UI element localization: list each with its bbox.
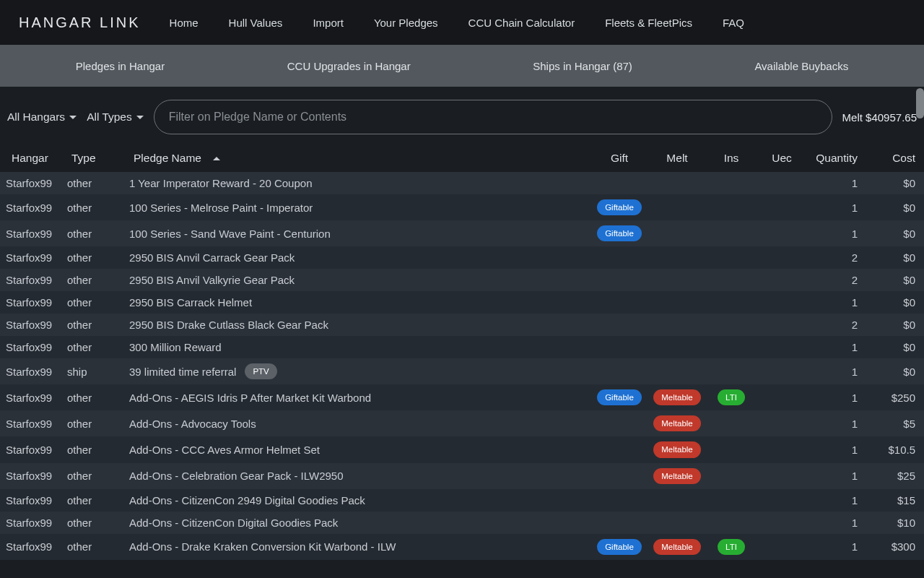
cell-type: other [67, 319, 125, 331]
table-row[interactable]: Starfox99other100 Series - Sand Wave Pai… [0, 220, 924, 246]
table-row[interactable]: Starfox99other1 Year Imperator Reward - … [0, 172, 924, 194]
pledge-name-text: Add-Ons - Drake Kraken Conversion Kit Wa… [129, 540, 396, 553]
cell-type: other [67, 274, 125, 286]
col-quantity[interactable]: Quantity [807, 152, 865, 165]
giftable-badge: Giftable [597, 539, 642, 555]
nav-home[interactable]: Home [170, 17, 199, 29]
pledge-name-text: 39 limited time referral [129, 366, 236, 378]
cell-cost: $25 [865, 470, 915, 482]
table-row[interactable]: Starfox99other100 Series - Melrose Paint… [0, 194, 924, 220]
meltable-badge: Meltable [653, 468, 700, 484]
table-row[interactable]: Starfox99otherAdd-Ons - AEGIS Idris P Af… [0, 384, 924, 410]
hangar-dropdown[interactable]: All Hangars [7, 111, 77, 124]
cell-type: other [67, 341, 125, 353]
cell-type: other [67, 470, 125, 482]
table-row[interactable]: Starfox99other2950 BIS Drake Cutlass Bla… [0, 314, 924, 336]
meltable-badge: Meltable [653, 539, 700, 555]
hangar-dropdown-label: All Hangars [7, 111, 65, 124]
table-row[interactable]: Starfox99otherAdd-Ons - Celebration Gear… [0, 463, 924, 489]
cell-pledge-name: Add-Ons - Advocacy Tools [125, 418, 590, 430]
scrollbar-thumb[interactable] [916, 88, 924, 118]
cell-quantity: 1 [807, 296, 865, 309]
pledge-name-text: Add-Ons - Celebration Gear Pack - ILW295… [129, 470, 344, 482]
nav-import[interactable]: Import [313, 17, 344, 29]
cell-hangar: Starfox99 [6, 319, 67, 331]
cell-cost: $0 [865, 366, 915, 378]
cell-quantity: 1 [807, 202, 865, 214]
nav-fleets[interactable]: Fleets & FleetPics [605, 17, 692, 29]
table-row[interactable]: Starfox99otherAdd-Ons - Advocacy ToolsMe… [0, 410, 924, 436]
pledge-name-text: Add-Ons - CitizenCon 2949 Digital Goodie… [129, 494, 365, 506]
nav-ccu-calc[interactable]: CCU Chain Calculator [468, 17, 575, 29]
giftable-badge: Giftable [597, 225, 642, 241]
table-row[interactable]: Starfox99otherAdd-Ons - CitizenCon 2949 … [0, 489, 924, 512]
cell-pledge-name: Add-Ons - AEGIS Idris P After Market Kit… [125, 392, 590, 404]
col-ins[interactable]: Ins [706, 152, 757, 165]
col-type[interactable]: Type [71, 152, 129, 165]
cell-quantity: 1 [807, 540, 865, 553]
table-row[interactable]: Starfox99otherAdd-Ons - CitizenCon Digit… [0, 512, 924, 534]
col-cost[interactable]: Cost [865, 152, 915, 165]
cell-type: other [67, 392, 125, 404]
cell-cost: $300 [865, 540, 915, 553]
nav-faq[interactable]: FAQ [723, 17, 744, 29]
tab-ships-in-hangar[interactable]: Ships in Hangar (87) [533, 60, 632, 72]
cell-pledge-name: 100 Series - Sand Wave Paint - Centurion [125, 228, 590, 240]
cell-type: other [67, 540, 125, 553]
cell-type: other [67, 494, 125, 506]
nav-hull-values[interactable]: Hull Values [229, 17, 283, 29]
chevron-down-icon [136, 116, 144, 119]
cell-cost: $10 [865, 517, 915, 529]
col-melt[interactable]: Melt [648, 152, 706, 165]
cell-pledge-name: Add-Ons - Drake Kraken Conversion Kit Wa… [125, 540, 590, 553]
cell-type: other [67, 202, 125, 214]
filter-bar: All Hangars All Types Melt $40957.65 [0, 87, 924, 144]
cell-pledge-name: Add-Ons - CitizenCon 2949 Digital Goodie… [125, 494, 590, 506]
cell-pledge-name: 1 Year Imperator Reward - 20 Coupon [125, 177, 590, 189]
cell-quantity: 1 [807, 366, 865, 378]
top-nav: HANGAR LINK Home Hull Values Import Your… [0, 0, 924, 45]
chevron-down-icon [69, 116, 77, 119]
cell-cost: $0 [865, 319, 915, 331]
cell-gift: Giftable [590, 539, 648, 555]
cell-cost: $5 [865, 418, 915, 430]
table-body: Starfox99other1 Year Imperator Reward - … [0, 172, 924, 560]
col-uec[interactable]: Uec [757, 152, 807, 165]
nav-your-pledges[interactable]: Your Pledges [374, 17, 438, 29]
tab-pledges-in-hangar[interactable]: Pledges in Hangar [76, 60, 165, 72]
pledge-name-text: Add-Ons - AEGIS Idris P After Market Kit… [129, 392, 371, 404]
meltable-badge: Meltable [653, 415, 700, 431]
meltable-badge: Meltable [653, 441, 700, 457]
col-gift[interactable]: Gift [590, 152, 648, 165]
table-row[interactable]: Starfox99ship39 limited time referralPTV… [0, 358, 924, 384]
cell-melt: Meltable [648, 539, 706, 555]
col-pledge-name[interactable]: Pledge Name [129, 152, 590, 165]
cell-hangar: Starfox99 [6, 366, 67, 378]
tab-available-buybacks[interactable]: Available Buybacks [754, 60, 848, 72]
cell-quantity: 2 [807, 274, 865, 286]
cell-type: other [67, 228, 125, 240]
cell-melt: Meltable [648, 468, 706, 484]
cell-type: other [67, 517, 125, 529]
cell-hangar: Starfox99 [6, 517, 67, 529]
table-row[interactable]: Starfox99other300 Million Reward1$0 [0, 336, 924, 358]
tag-badge: PTV [245, 363, 276, 379]
table-row[interactable]: Starfox99otherAdd-Ons - Drake Kraken Con… [0, 534, 924, 560]
type-dropdown-label: All Types [87, 111, 132, 124]
type-dropdown[interactable]: All Types [87, 111, 144, 124]
tab-ccu-upgrades[interactable]: CCU Upgrades in Hangar [287, 60, 411, 72]
cell-pledge-name: Add-Ons - CCC Aves Armor Helmet Set [125, 444, 590, 456]
cell-cost: $15 [865, 494, 915, 506]
search-input[interactable] [154, 100, 832, 134]
table-row[interactable]: Starfox99other2950 BIS Carrack Helmet1$0 [0, 291, 924, 314]
table-row[interactable]: Starfox99other2950 BIS Anvil Carrack Gea… [0, 246, 924, 269]
cell-quantity: 1 [807, 470, 865, 482]
table-row[interactable]: Starfox99other2950 BIS Anvil Valkyrie Ge… [0, 269, 924, 291]
cell-quantity: 1 [807, 228, 865, 240]
cell-hangar: Starfox99 [6, 296, 67, 309]
cell-pledge-name: 39 limited time referralPTV [125, 363, 590, 379]
table-row[interactable]: Starfox99otherAdd-Ons - CCC Aves Armor H… [0, 436, 924, 462]
cell-pledge-name: 300 Million Reward [125, 341, 590, 353]
col-hangar[interactable]: Hangar [10, 152, 71, 165]
cell-type: other [67, 296, 125, 309]
